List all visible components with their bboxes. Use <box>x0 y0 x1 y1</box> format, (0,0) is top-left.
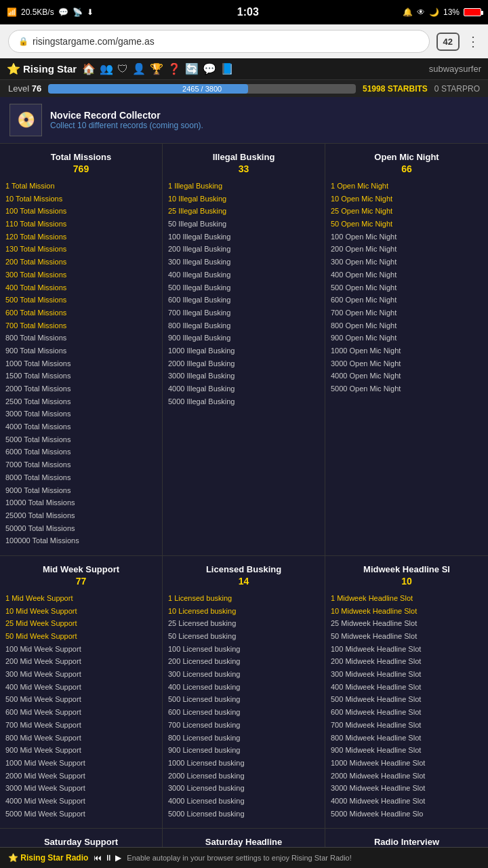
list-item[interactable]: 900 Illegal Busking <box>168 332 319 344</box>
list-item[interactable]: 100 Illegal Busking <box>168 231 319 243</box>
list-item[interactable]: 110 Total Missions <box>5 218 157 231</box>
list-item[interactable]: 700 Licensed busking <box>168 719 319 732</box>
list-item[interactable]: 400 Total Missions <box>5 281 157 294</box>
play-button[interactable]: ▶ <box>115 853 121 863</box>
list-item[interactable]: 100 Total Missions <box>5 205 157 218</box>
list-item[interactable]: 3000 Licensed busking <box>168 782 319 795</box>
list-item[interactable]: 4000 Licensed busking <box>168 795 319 808</box>
list-item[interactable]: 100 Midweek Headline Slot <box>331 643 483 656</box>
list-item[interactable]: 800 Open Mic Night <box>331 319 483 332</box>
list-item[interactable]: 50 Open Mic Night <box>331 218 483 231</box>
list-item[interactable]: 700 Illegal Busking <box>168 307 319 319</box>
list-item[interactable]: 50 Midweek Headline Slot <box>331 630 483 643</box>
list-item[interactable]: 600 Total Missions <box>5 307 157 319</box>
person-icon[interactable]: 👤 <box>132 62 146 75</box>
list-item[interactable]: 1 Mid Week Support <box>5 592 157 605</box>
list-item[interactable]: 1000 Total Missions <box>5 357 157 370</box>
list-item[interactable]: 3000 Open Mic Night <box>331 357 483 370</box>
trophy-icon[interactable]: 🏆 <box>150 62 163 75</box>
list-item[interactable]: 200 Illegal Busking <box>168 243 319 256</box>
list-item[interactable]: 10 Illegal Busking <box>168 193 319 205</box>
list-item[interactable]: 2000 Total Missions <box>5 382 157 395</box>
list-item[interactable]: 200 Total Missions <box>5 256 157 269</box>
list-item[interactable]: 4000 Total Missions <box>5 420 157 433</box>
list-item[interactable]: 800 Mid Week Support <box>5 732 157 745</box>
list-item[interactable]: 10000 Total Missions <box>5 496 157 509</box>
list-item[interactable]: 900 Licensed busking <box>168 744 319 757</box>
list-item[interactable]: 200 Open Mic Night <box>331 243 483 256</box>
list-item[interactable]: 50 Illegal Busking <box>168 218 319 231</box>
list-item[interactable]: 130 Total Missions <box>5 243 157 256</box>
list-item[interactable]: 700 Total Missions <box>5 319 157 332</box>
list-item[interactable]: 6000 Total Missions <box>5 446 157 458</box>
home-icon[interactable]: 🏠 <box>82 62 96 75</box>
list-item[interactable]: 10 Licensed busking <box>168 605 319 618</box>
list-item[interactable]: 1 Midweek Headline Slot <box>331 592 483 605</box>
list-item[interactable]: 2000 Mid Week Support <box>5 770 157 783</box>
list-item[interactable]: 300 Mid Week Support <box>5 668 157 681</box>
list-item[interactable]: 600 Midweek Headline Slot <box>331 706 483 719</box>
list-item[interactable]: 500 Midweek Headline Slot <box>331 693 483 706</box>
list-item[interactable]: 200 Licensed busking <box>168 655 319 668</box>
list-item[interactable]: 4000 Mid Week Support <box>5 795 157 808</box>
list-item[interactable]: 50 Licensed busking <box>168 630 319 643</box>
list-item[interactable]: 400 Midweek Headline Slot <box>331 681 483 694</box>
list-item[interactable]: 50000 Total Missions <box>5 522 157 535</box>
question-icon[interactable]: ❓ <box>167 62 181 75</box>
list-item[interactable]: 500 Mid Week Support <box>5 693 157 706</box>
discord-icon[interactable]: 💬 <box>203 62 216 75</box>
list-item[interactable]: 25 Midweek Headline Slot <box>331 617 483 630</box>
list-item[interactable]: 5000 Mid Week Support <box>5 808 157 821</box>
list-item[interactable]: 600 Illegal Busking <box>168 294 319 307</box>
list-item[interactable]: 500 Licensed busking <box>168 693 319 706</box>
prev-button[interactable]: ⏮ <box>94 853 102 863</box>
list-item[interactable]: 900 Total Missions <box>5 344 157 357</box>
radio-controls[interactable]: ⏮ ⏸ ▶ <box>94 853 121 863</box>
list-item[interactable]: 3000 Mid Week Support <box>5 782 157 795</box>
list-item[interactable]: 200 Mid Week Support <box>5 655 157 668</box>
list-item[interactable]: 600 Open Mic Night <box>331 294 483 307</box>
list-item[interactable]: 100000 Total Missions <box>5 534 157 547</box>
list-item[interactable]: 10 Open Mic Night <box>331 193 483 205</box>
list-item[interactable]: 9000 Total Missions <box>5 484 157 497</box>
list-item[interactable]: 10 Total Missions <box>5 193 157 205</box>
list-item[interactable]: 5000 Open Mic Night <box>331 382 483 395</box>
list-item[interactable]: 800 Total Missions <box>5 332 157 344</box>
list-item[interactable]: 25 Illegal Busking <box>168 205 319 218</box>
pause-button[interactable]: ⏸ <box>104 853 113 863</box>
list-item[interactable]: 700 Mid Week Support <box>5 719 157 732</box>
list-item[interactable]: 4000 Illegal Busking <box>168 382 319 395</box>
list-item[interactable]: 1 Open Mic Night <box>331 180 483 193</box>
list-item[interactable]: 700 Open Mic Night <box>331 307 483 319</box>
list-item[interactable]: 4000 Midweek Headline Slot <box>331 795 483 808</box>
list-item[interactable]: 300 Total Missions <box>5 269 157 281</box>
list-item[interactable]: 1000 Illegal Busking <box>168 344 319 357</box>
exchange-icon[interactable]: 🔄 <box>185 62 199 75</box>
list-item[interactable]: 500 Illegal Busking <box>168 281 319 294</box>
group-icon[interactable]: 👥 <box>100 62 113 75</box>
list-item[interactable]: 5000 Illegal Busking <box>168 395 319 408</box>
list-item[interactable]: 2500 Total Missions <box>5 395 157 408</box>
list-item[interactable]: 600 Licensed busking <box>168 706 319 719</box>
list-item[interactable]: 1000 Open Mic Night <box>331 344 483 357</box>
list-item[interactable]: 25 Licensed busking <box>168 617 319 630</box>
list-item[interactable]: 800 Midweek Headline Slot <box>331 732 483 745</box>
list-item[interactable]: 100 Open Mic Night <box>331 231 483 243</box>
list-item[interactable]: 300 Midweek Headline Slot <box>331 668 483 681</box>
list-item[interactable]: 10 Mid Week Support <box>5 605 157 618</box>
list-item[interactable]: 1000 Licensed busking <box>168 757 319 770</box>
tab-count[interactable]: 42 <box>436 33 460 51</box>
browser-menu-button[interactable]: ⋮ <box>466 33 480 50</box>
list-item[interactable]: 25 Open Mic Night <box>331 205 483 218</box>
list-item[interactable]: 800 Illegal Busking <box>168 319 319 332</box>
shield-icon[interactable]: 🛡 <box>117 63 128 75</box>
list-item[interactable]: 2000 Illegal Busking <box>168 357 319 370</box>
list-item[interactable]: 1 Illegal Busking <box>168 180 319 193</box>
list-item[interactable]: 400 Mid Week Support <box>5 681 157 694</box>
list-item[interactable]: 600 Mid Week Support <box>5 706 157 719</box>
list-item[interactable]: 7000 Total Missions <box>5 458 157 471</box>
list-item[interactable]: 800 Licensed busking <box>168 732 319 745</box>
list-item[interactable]: 200 Midweek Headline Slot <box>331 655 483 668</box>
list-item[interactable]: 700 Midweek Headline Slot <box>331 719 483 732</box>
list-item[interactable]: 3000 Illegal Busking <box>168 370 319 382</box>
